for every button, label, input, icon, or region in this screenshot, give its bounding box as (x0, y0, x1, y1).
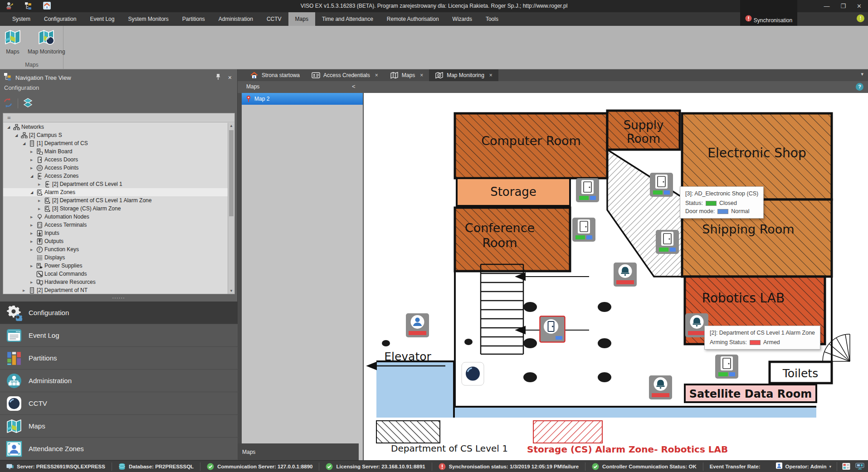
tree-item[interactable]: Access Doors (3, 156, 228, 164)
close-button[interactable]: ✕ (857, 3, 862, 10)
menu-item[interactable]: Maps (288, 12, 315, 26)
remote-session-icon[interactable] (855, 462, 864, 470)
expander-icon[interactable] (30, 248, 36, 252)
event-panel-icon[interactable] (842, 462, 851, 470)
map-icon-person[interactable] (406, 313, 429, 337)
close-tab-icon[interactable]: × (420, 72, 423, 78)
tree-item[interactable]: Automation Nodes (3, 213, 228, 221)
minimize-button[interactable]: — (824, 3, 829, 10)
tree-item[interactable]: Inputs (3, 229, 228, 237)
tree-item[interactable]: F Function Keys (3, 245, 228, 253)
menu-item[interactable]: Wizards (446, 12, 479, 26)
expander-icon[interactable] (30, 215, 36, 219)
close-tab-icon[interactable]: × (489, 72, 493, 78)
tree-item[interactable]: [1] Department of CS (3, 139, 228, 147)
module-nav-button[interactable]: Event Log (0, 324, 238, 347)
help-icon[interactable]: ? (856, 83, 863, 91)
expander-icon[interactable] (30, 231, 36, 235)
map-icon-door-selected[interactable] (539, 316, 566, 343)
expander-icon[interactable] (30, 223, 36, 227)
tree-item[interactable]: Hardware Resources (3, 278, 228, 286)
scroll-up-icon[interactable]: ▲ (228, 124, 234, 128)
tree-item[interactable]: Access Zones (3, 172, 228, 180)
tree-item[interactable]: Local Commands (3, 270, 228, 278)
document-tab[interactable]: Maps × (384, 69, 429, 81)
map-icon-door[interactable] (656, 230, 679, 254)
tree-item[interactable]: Power Supplies (3, 262, 228, 270)
ribbon-button[interactable]: Maps (2, 28, 24, 56)
document-tab[interactable]: Map Monitoring × (429, 69, 498, 81)
module-nav-button[interactable]: CCTV (0, 392, 238, 415)
map-icon-bell[interactable] (649, 375, 672, 399)
expander-icon[interactable] (30, 150, 36, 154)
tree-filter-row[interactable]: = (3, 113, 234, 122)
map-icon-door[interactable] (576, 178, 599, 202)
expander-icon[interactable] (30, 280, 36, 284)
module-nav-button[interactable]: Administration (0, 370, 238, 392)
scroll-thumb[interactable] (229, 130, 234, 216)
panel-splitter[interactable]: ...... (0, 295, 238, 302)
restore-button[interactable]: ❐ (840, 3, 846, 10)
tree-item[interactable]: Main Board (3, 147, 228, 156)
map-icon-bell[interactable] (614, 263, 637, 287)
tree-item[interactable]: [2] Department of CS Level 1 (3, 180, 228, 188)
menu-item[interactable]: Event Log (83, 12, 121, 26)
tree-item[interactable]: Access Terminals (3, 221, 228, 229)
menu-item[interactable]: System (5, 12, 37, 26)
expander-icon[interactable] (30, 166, 36, 170)
expander-icon[interactable] (30, 239, 36, 243)
close-panel-icon[interactable]: × (228, 74, 232, 81)
expander-icon[interactable] (38, 199, 44, 203)
menu-item[interactable]: Partitions (176, 12, 212, 26)
expander-icon[interactable] (30, 264, 36, 268)
collapse-panel-icon[interactable]: < (352, 83, 356, 90)
tree-item[interactable]: Alarm Zones (3, 188, 228, 196)
expander-icon[interactable] (38, 182, 44, 186)
menu-item[interactable]: Administration (212, 12, 260, 26)
menu-item[interactable]: Time and Attendance (315, 12, 380, 26)
tree-item[interactable]: Outputs (3, 237, 228, 245)
map-icon-camera[interactable] (461, 362, 484, 386)
menu-item[interactable]: Configuration (37, 12, 83, 26)
scroll-down-icon[interactable]: ▼ (228, 289, 234, 293)
expander-icon[interactable] (30, 174, 36, 178)
menu-item[interactable]: Remote Authorisation (380, 12, 446, 26)
tree-item[interactable]: Access Points (3, 164, 228, 172)
map-canvas[interactable]: Computer Room Supply Room Electronic Sho… (364, 93, 868, 460)
document-tab[interactable]: Strona startowa × (244, 69, 306, 81)
operator-selector[interactable]: Operator: Admin ▾ (775, 462, 837, 471)
menu-item[interactable]: CCTV (260, 12, 288, 26)
chevron-down-icon[interactable]: ▾ (861, 71, 863, 77)
tree-scrollbar[interactable]: ▲ ▼ (228, 123, 234, 294)
module-nav-button[interactable]: Partitions (0, 347, 238, 370)
tree-item[interactable]: [2] Department of NT (3, 286, 228, 294)
map-icon-door[interactable] (715, 355, 738, 379)
map-list-item[interactable]: Map 2 (242, 93, 363, 105)
expander-icon[interactable] (7, 125, 13, 129)
tree-item[interactable]: [2] Campus S (3, 131, 228, 139)
synchronisation-button[interactable]: Synchronisation (740, 0, 797, 26)
notification-icon[interactable]: ! (857, 15, 864, 22)
tree-item[interactable]: Displays (3, 253, 228, 262)
expander-icon[interactable] (23, 141, 29, 146)
expander-icon[interactable] (23, 288, 29, 292)
expander-icon[interactable] (38, 207, 44, 211)
tree-item[interactable]: [2] Department of CS Level 1 Alarm Zone (3, 196, 228, 204)
pin-icon[interactable] (215, 73, 221, 82)
close-tab-icon[interactable]: × (375, 72, 378, 78)
map-icon-door[interactable] (572, 218, 595, 242)
layers-icon[interactable] (23, 97, 33, 110)
menu-item[interactable]: Tools (479, 12, 505, 26)
module-nav-button[interactable]: Maps (0, 415, 238, 438)
menu-item[interactable]: System Monitors (121, 12, 175, 26)
tree-item[interactable]: Networks (3, 123, 228, 131)
expander-icon[interactable] (30, 158, 36, 162)
map-icon-door[interactable] (650, 173, 673, 197)
expander-icon[interactable] (30, 190, 36, 195)
refresh-icon[interactable] (3, 97, 13, 110)
tree-item[interactable]: [3] Storage (CS) Alarm Zone (3, 204, 228, 213)
ribbon-button[interactable]: Map Monitoring (25, 28, 68, 56)
expander-icon[interactable] (15, 133, 21, 137)
module-nav-button[interactable]: Configuration (0, 302, 238, 324)
module-nav-button[interactable]: Attendance Zones (0, 438, 238, 460)
